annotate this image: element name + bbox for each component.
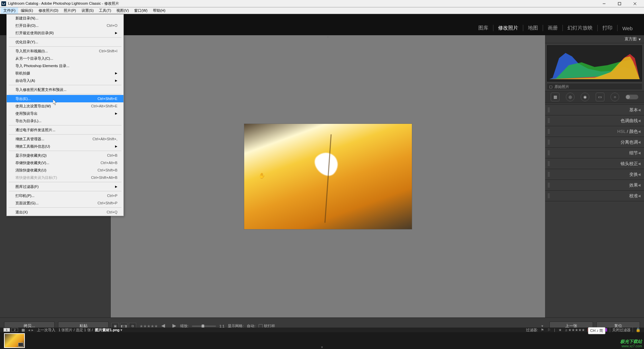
file-menu-item[interactable]: 使用预设导出▶ (7, 110, 123, 117)
chevron-down-icon: ▾ (639, 37, 641, 42)
file-menu-item[interactable]: 图库过滤器(F)▶ (7, 183, 123, 190)
gradient-tool-icon[interactable]: ▭ (596, 93, 604, 101)
flag-reject-icon[interactable]: ⚐ (547, 328, 551, 332)
filmstrip-thumb[interactable] (4, 333, 25, 348)
file-menu-item[interactable]: 导入照片和视频(I)...Ctrl+Shift+I (7, 47, 123, 55)
hand-cursor-icon: ✋ (259, 172, 265, 179)
module-修改照片[interactable]: 修改照片 (493, 25, 523, 31)
file-menu-item[interactable]: 打印机(P)...Ctrl+P (7, 192, 123, 199)
forward-arrow-icon[interactable]: ▸ (32, 328, 34, 332)
file-menu-item[interactable]: 从另一个目录导入(C)... (7, 55, 123, 62)
spot-tool-icon[interactable]: ◎ (566, 93, 575, 101)
screen-switcher: 1 2 (3, 328, 18, 332)
file-menu-item[interactable]: 新建目录(N)... (7, 14, 123, 22)
histogram-footer: ▢ 原始照片 (547, 84, 642, 90)
watermark-brand: 极光下载站 (620, 339, 642, 344)
app-icon: Lr (1, 1, 6, 6)
file-menu-dropdown: 新建目录(N)...打开目录(O)...Ctrl+O打开最近使用的目录(R)▶优… (6, 14, 124, 216)
module-图库[interactable]: 图库 (474, 25, 493, 31)
menu-窗口(W)[interactable]: 窗口(W) (131, 7, 150, 14)
panel-collapse-bottom-icon[interactable]: ▼ (321, 346, 324, 349)
close-button[interactable] (627, 0, 643, 7)
module-Web[interactable]: Web (618, 26, 637, 31)
grid-toggle-icon[interactable]: ▦ (21, 328, 25, 332)
watermark: 极光下载站 www.xz7.com (620, 339, 642, 348)
develop-section[interactable]: HSL / 颜色◀ (545, 126, 644, 137)
file-menu-item[interactable]: 导入 Photoshop Elements 目录... (7, 62, 123, 69)
back-arrow-icon[interactable]: ◂ (28, 328, 30, 332)
tool-strip: ▦ ◎ ◉ ▭ ○ (545, 91, 644, 103)
file-menu-item[interactable]: 页面设置(G)...Ctrl+Shift+P (7, 199, 123, 207)
original-label: 原始照片 (554, 84, 569, 89)
filmstrip-area: 1 2 ▦ ◂ ▸ 上一次导入 1 张照片 / 选定 1 张 / 图片素材1.p… (0, 334, 644, 349)
develop-section[interactable]: 镜头校正◀ (545, 158, 644, 169)
menu-照片(P)[interactable]: 照片(P) (61, 7, 79, 14)
module-画册[interactable]: 画册 (543, 25, 563, 31)
screen-2[interactable]: 2 (11, 328, 18, 332)
filter-label: 过滤器: (526, 328, 538, 333)
filter-rating-icons[interactable]: ⚑ ⚐ | ★ ≥ ★★★★★ (541, 328, 585, 332)
radial-tool-icon[interactable]: ○ (610, 93, 619, 101)
menu-编辑(E)[interactable]: 编辑(E) (18, 7, 36, 14)
histogram-header[interactable]: 直方图 ▾ (545, 35, 644, 43)
file-menu-item[interactable]: 显示快捷收藏夹(Q)Ctrl+B (7, 152, 123, 159)
file-menu-item[interactable]: 存储快捷收藏夹(V)...Ctrl+Alt+B (7, 159, 123, 166)
window-controls (596, 0, 643, 7)
tool-switch[interactable] (626, 95, 638, 99)
develop-section[interactable]: 分离色调◀ (545, 137, 644, 148)
develop-section[interactable]: 色调曲线◀ (545, 115, 644, 126)
file-menu-item[interactable]: 优化目录(Y)... (7, 38, 123, 46)
menu-视图(V)[interactable]: 视图(V) (114, 7, 131, 14)
histogram[interactable] (547, 45, 642, 82)
zoom-slider[interactable] (192, 326, 216, 327)
square-icon: ▢ (549, 85, 552, 89)
file-menu-item[interactable]: 导出(E)...Ctrl+Shift+E (7, 95, 123, 102)
menu-帮助(H)[interactable]: 帮助(H) (150, 7, 168, 14)
watermark-url: www.xz7.com (620, 344, 642, 348)
menu-工具(T)[interactable]: 工具(T) (96, 7, 114, 14)
file-menu-item[interactable]: 自动导入(A)▶ (7, 77, 123, 84)
develop-section[interactable]: 效果◀ (545, 180, 644, 191)
crumb-filename: 图片素材1.png (95, 328, 119, 332)
file-menu-item[interactable]: 通过电子邮件发送照片... (7, 126, 123, 134)
filmstrip-bar: 1 2 ▦ ◂ ▸ 上一次导入 1 张照片 / 选定 1 张 / 图片素材1.p… (0, 328, 644, 332)
file-menu-item[interactable]: 使用上次设置导出(W)Ctrl+Alt+Shift+E (7, 102, 123, 110)
preview-image[interactable]: ✋ (244, 124, 412, 229)
develop-section[interactable]: 变换◀ (545, 169, 644, 180)
minimize-button[interactable] (596, 0, 612, 7)
file-menu-item[interactable]: 清除快捷收藏夹(U)Ctrl+Shift+B (7, 166, 123, 174)
file-menu-item[interactable]: 联机拍摄▶ (7, 69, 123, 77)
canvas[interactable]: ▲ ✋ (111, 35, 545, 317)
redeye-tool-icon[interactable]: ◉ (581, 93, 589, 101)
star-filter-icon[interactable]: ★ (558, 328, 562, 332)
file-menu-item[interactable]: 导出为目录(L)... (7, 117, 123, 124)
module-地图[interactable]: 地图 (523, 25, 543, 31)
menu-文件(F)[interactable]: 文件(F) (1, 7, 18, 14)
screen-1[interactable]: 1 (3, 328, 10, 332)
file-menu-item[interactable]: 退出(X)Ctrl+Q (7, 208, 123, 216)
right-panel: 直方图 ▾ ▢ 原始照片 ▦ ◎ ◉ ▭ ○ 基本◀色调曲线◀HSL / 颜色◀… (545, 35, 644, 317)
breadcrumb[interactable]: 上一次导入 1 张照片 / 选定 1 张 / 图片素材1.png ▾ (37, 328, 122, 333)
lock-icon[interactable]: 🔒 (636, 328, 641, 332)
file-menu-item: 将快捷收藏夹设为目标(T)Ctrl+Shift+Alt+B (7, 174, 123, 181)
file-menu-item[interactable]: 增效工具额外信息(U)▶ (7, 143, 123, 150)
history-arrows: ◂ ▸ (28, 328, 34, 332)
file-menu-item[interactable]: 打开目录(O)...Ctrl+O (7, 22, 123, 29)
window-title: Lightroom Catalog - Adobe Photoshop Ligh… (8, 1, 596, 6)
module-打印[interactable]: 打印 (598, 25, 618, 31)
maximize-button[interactable] (612, 0, 627, 7)
file-menu-item[interactable]: 增效工具管理器...Ctrl+Alt+Shift+, (7, 135, 123, 143)
filmstrip[interactable]: ▼ (0, 332, 644, 349)
panel-collapse-top-icon[interactable]: ▲ (326, 35, 330, 38)
flag-pick-icon[interactable]: ⚑ (541, 328, 544, 332)
develop-section[interactable]: 校准◀ (545, 191, 644, 201)
develop-section[interactable]: 基本◀ (545, 105, 644, 115)
develop-section[interactable]: 细节◀ (545, 148, 644, 158)
module-幻灯片放映[interactable]: 幻灯片放映 (563, 25, 598, 31)
menu-设置(S)[interactable]: 设置(S) (79, 7, 97, 14)
crop-tool-icon[interactable]: ▦ (551, 93, 559, 101)
file-menu-item[interactable]: 打开最近使用的目录(R)▶ (7, 29, 123, 37)
menu-修改照片(D)[interactable]: 修改照片(D) (36, 7, 61, 14)
svg-rect-1 (618, 2, 621, 5)
file-menu-item[interactable]: 导入修改照片配置文件和预设... (7, 86, 123, 93)
